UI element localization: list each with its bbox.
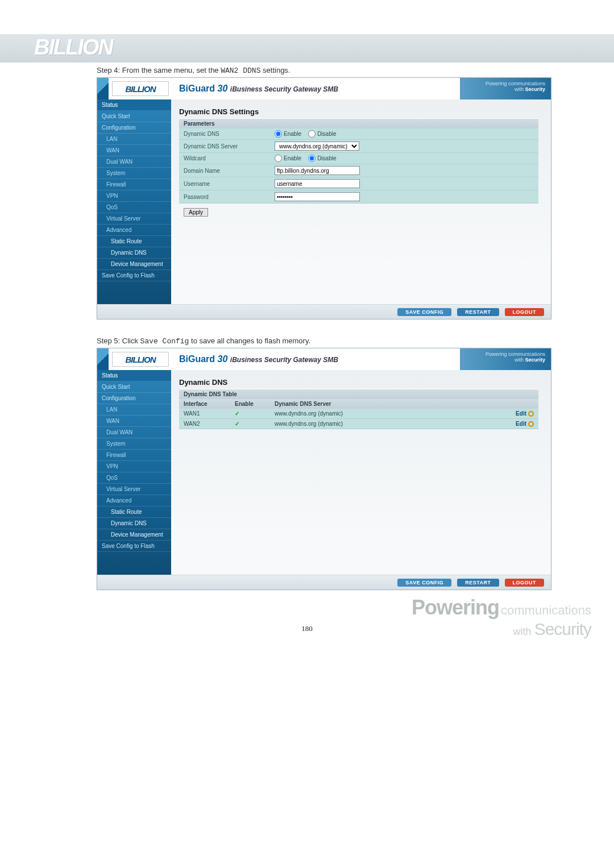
sidebar-item-virtualserver[interactable]: Virtual Server: [97, 213, 171, 225]
sidebar2-item-quickstart[interactable]: Quick Start: [97, 381, 171, 393]
save-config-button[interactable]: SAVE CONFIG: [397, 308, 451, 316]
ddns-server-select[interactable]: www.dyndns.org (dynamic): [275, 142, 359, 151]
save-config-button-2[interactable]: SAVE CONFIG: [397, 579, 451, 587]
header-right-bg: Powering communications with Security: [460, 78, 551, 99]
sidebar-item-system[interactable]: System: [97, 168, 171, 179]
row1-if: WAN1: [184, 410, 235, 417]
sidebar-item-devicemgmt[interactable]: Device Management: [97, 259, 171, 270]
sidebar-item-status[interactable]: Status: [97, 99, 171, 111]
row-dynamic-dns: Dynamic DNS Enable Disable: [179, 128, 538, 140]
product-guard: Guard: [188, 84, 215, 93]
table-row: WAN2 ✓ www.dyndns.org (dynamic) Edit: [179, 419, 538, 429]
sidebar-item-wan[interactable]: WAN: [97, 145, 171, 156]
pw3: with: [515, 86, 525, 92]
label-password: Password: [184, 194, 275, 200]
radio-wc-enable-input[interactable]: [275, 155, 282, 162]
pw2b: communications: [508, 351, 545, 357]
brand-with: with: [513, 626, 534, 637]
brand-communications: communications: [501, 603, 591, 617]
brand-powering-text: Powering: [412, 596, 499, 619]
product-num: 30: [215, 84, 230, 93]
label-username: Username: [184, 181, 275, 187]
apply-button[interactable]: Apply: [184, 208, 208, 217]
row-domain: Domain Name: [179, 164, 538, 177]
sidebar2-item-vpn[interactable]: VPN: [97, 461, 171, 472]
router-header: BILLION BiGuard 30 iBusiness Security Ga…: [97, 78, 551, 99]
product-sub: iBusiness Security Gateway SMB: [230, 85, 338, 93]
label-server: Dynamic DNS Server: [184, 143, 275, 149]
sidebar2-item-wan[interactable]: WAN: [97, 416, 171, 427]
sidebar: Status Quick Start Configuration LAN WAN…: [97, 99, 171, 304]
sidebar2-item-staticroute[interactable]: Static Route: [97, 506, 171, 518]
sidebar2-item-system[interactable]: System: [97, 438, 171, 450]
sidebar-item-configuration[interactable]: Configuration: [97, 122, 171, 134]
restart-button[interactable]: RESTART: [457, 308, 499, 316]
row-password: Password: [179, 190, 538, 203]
sidebar2-item-qos[interactable]: QoS: [97, 472, 171, 484]
ddns-table-head: Interface Enable Dynamic DNS Server: [179, 399, 538, 409]
sidebar2-item-devicemgmt[interactable]: Device Management: [97, 529, 171, 541]
step5-a: Step 5: Click: [97, 337, 140, 345]
col-interface: Interface: [184, 401, 235, 407]
billion-logo: BILLION: [112, 81, 169, 96]
sidebar-item-saveconfig[interactable]: Save Config to Flash: [97, 270, 171, 281]
product-sub-2: iBusiness Security Gateway SMB: [230, 356, 338, 364]
restart-button-2[interactable]: RESTART: [457, 579, 499, 587]
radio-ddns-disable[interactable]: Disable: [308, 130, 336, 138]
table-row: WAN1 ✓ www.dyndns.org (dynamic) Edit: [179, 409, 538, 419]
sidebar-item-qos[interactable]: QoS: [97, 202, 171, 213]
username-input[interactable]: [275, 179, 360, 188]
sidebar2-item-firewall[interactable]: Firewall: [97, 450, 171, 461]
router-header-2: BILLION BiGuard 30 iBusiness Security Ga…: [97, 348, 551, 370]
radio-ddns-enable-input[interactable]: [275, 130, 282, 138]
password-input[interactable]: [275, 192, 360, 201]
row2-edit-text: Edit: [516, 421, 526, 427]
sidebar2-item-configuration[interactable]: Configuration: [97, 393, 171, 404]
row2-if: WAN2: [184, 421, 235, 427]
ddns-title: Dynamic DNS: [179, 378, 538, 387]
sidebar2-item-status[interactable]: Status: [97, 370, 171, 381]
sidebar2-item-advanced[interactable]: Advanced: [97, 495, 171, 506]
sidebar-item-dynamicdns[interactable]: Dynamic DNS: [97, 247, 171, 259]
row-username: Username: [179, 177, 538, 190]
sidebar2-item-lan[interactable]: LAN: [97, 404, 171, 416]
label-wildcard: Wildcard: [184, 155, 275, 161]
domain-input[interactable]: [275, 166, 360, 175]
pw2: communications: [508, 81, 545, 86]
row1-edit-link[interactable]: Edit: [500, 410, 534, 417]
step5-text: Step 5: Click Save Config to save all ch…: [97, 337, 574, 346]
row2-edit-link[interactable]: Edit: [500, 421, 534, 427]
sidebar2-item-saveconfig[interactable]: Save Config to Flash: [97, 541, 171, 552]
sidebar2-item-dualwan[interactable]: Dual WAN: [97, 427, 171, 438]
logout-button[interactable]: LOGOUT: [505, 308, 545, 316]
step5-mono: Save Config: [140, 337, 189, 346]
row1-edit-text: Edit: [516, 410, 526, 417]
sidebar-item-firewall[interactable]: Firewall: [97, 179, 171, 190]
label-domain: Domain Name: [184, 168, 275, 174]
footer-bar-2: SAVE CONFIG RESTART LOGOUT: [97, 575, 551, 589]
powering-small: Powering communications with Security: [486, 81, 545, 93]
sidebar-item-staticroute[interactable]: Static Route: [97, 236, 171, 247]
logout-button-2[interactable]: LOGOUT: [505, 579, 545, 587]
wc-disable-text: Disable: [317, 155, 336, 161]
sidebar-item-dualwan[interactable]: Dual WAN: [97, 156, 171, 168]
sidebar-item-lan[interactable]: LAN: [97, 134, 171, 145]
row-wildcard: Wildcard Enable Disable: [179, 153, 538, 164]
radio-wildcard-enable[interactable]: Enable: [275, 155, 301, 162]
sidebar2-item-virtualserver[interactable]: Virtual Server: [97, 484, 171, 495]
row1-enable-check-icon: ✓: [235, 410, 275, 417]
product-title-2: BiGuard 30 iBusiness Security Gateway SM…: [179, 354, 338, 364]
bottom-brand: Powering communications with Security: [412, 596, 591, 639]
product-guard-2: Guard: [188, 354, 215, 364]
radio-wc-disable-input[interactable]: [308, 155, 316, 162]
wc-enable-text: Enable: [284, 155, 301, 161]
sidebar-item-advanced[interactable]: Advanced: [97, 225, 171, 236]
radio-ddns-enable[interactable]: Enable: [275, 130, 301, 138]
router-screenshot-2: BILLION BiGuard 30 iBusiness Security Ga…: [97, 348, 551, 590]
sidebar-item-vpn[interactable]: VPN: [97, 190, 171, 202]
radio-wildcard-disable[interactable]: Disable: [308, 155, 336, 162]
content-area: Dynamic DNS Settings Parameters Dynamic …: [171, 99, 551, 304]
sidebar2-item-dynamicdns[interactable]: Dynamic DNS: [97, 518, 171, 529]
radio-ddns-disable-input[interactable]: [308, 130, 316, 138]
sidebar-item-quickstart[interactable]: Quick Start: [97, 111, 171, 122]
